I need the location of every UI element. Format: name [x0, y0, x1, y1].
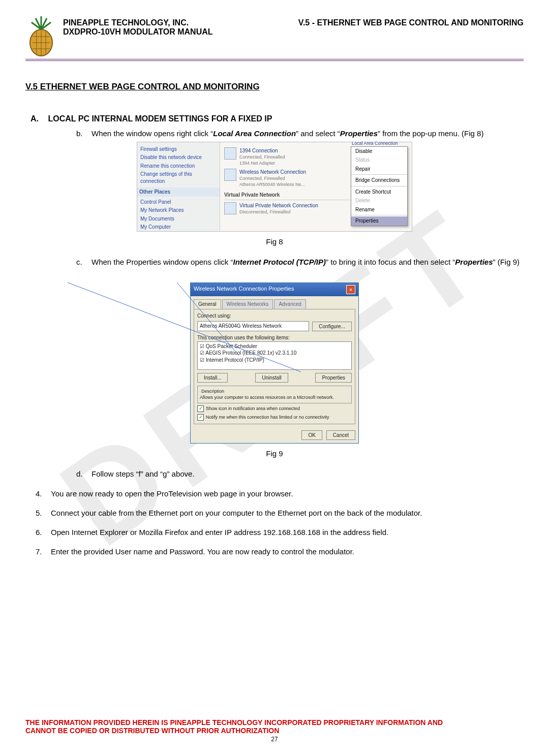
properties-button[interactable]: Properties	[315, 373, 352, 383]
step-d-marker: d.	[76, 469, 92, 479]
close-icon[interactable]: ×	[346, 285, 355, 294]
company-name: PINEAPPLE TECHNOLOGY, INC.	[63, 18, 213, 27]
subsection-a: A. LOCAL PC INTERNAL MODEM SETTINGS FOR …	[30, 113, 524, 124]
emphasis-internet-protocol: Internet Protocol (TCP/IP)	[233, 258, 326, 266]
tab-wireless[interactable]: Wireless Networks	[222, 299, 273, 309]
section-title: V.5 ETHERNET WEB PAGE CONTROL AND MONITO…	[25, 81, 524, 93]
page-content: V.5 ETHERNET WEB PAGE CONTROL AND MONITO…	[25, 61, 524, 557]
connection-icon	[224, 147, 236, 160]
step-5: 5. Connect your cable from the Ethernet …	[36, 508, 524, 518]
checkbox-icon[interactable]: ✓	[197, 405, 204, 412]
context-menu: Disable Status Repair Bridge Connections…	[351, 146, 408, 226]
subsection-a-letter: A.	[30, 113, 46, 124]
page-number: 27	[25, 736, 524, 743]
dialog-title: Wireless Network Connection Properties	[194, 285, 294, 294]
uninstall-button[interactable]: Uninstall	[255, 373, 288, 383]
figure-9-screenshot: Wireless Network Connection Properties ×…	[190, 282, 359, 444]
protocol-list[interactable]: ☑ QoS Packet Scheduler ☑ AEGIS Protocol …	[197, 341, 352, 370]
figure-8-screenshot: Firewall settings Disable this network d…	[137, 142, 412, 232]
step-c: c. When the Properties window opens clic…	[76, 257, 524, 267]
connection-icon	[224, 169, 236, 181]
page-header: PINEAPPLE TECHNOLOGY, INC. DXDPRO-10VH M…	[25, 16, 524, 57]
context-menu-properties[interactable]: Properties	[351, 216, 407, 226]
cancel-button[interactable]: Cancel	[326, 430, 355, 440]
install-button[interactable]: Install...	[197, 373, 228, 383]
step-c-marker: c.	[76, 257, 92, 267]
figure-9-caption: Fig 9	[25, 449, 524, 459]
step-6: 6. Open Internet Explorer or Mozilla Fir…	[36, 527, 524, 538]
step-d: d. Follow steps “f” and “g” above.	[76, 469, 524, 479]
tab-general[interactable]: General	[194, 299, 221, 309]
page-footer: THE INFORMATION PROVIDED HEREIN IS PINEA…	[25, 718, 524, 743]
adapter-field: Atheros AR5004G Wireless Network	[197, 321, 309, 331]
emphasis-properties-2: Properties	[455, 258, 493, 266]
connection-icon	[224, 202, 236, 214]
configure-button[interactable]: Configure...	[312, 322, 352, 332]
ok-button[interactable]: OK	[301, 430, 322, 440]
subsection-a-title: LOCAL PC INTERNAL MODEM SETTINGS FOR A F…	[48, 114, 272, 123]
emphasis-properties: Properties	[340, 129, 378, 138]
footer-line-2: CANNOT BE COPIED OR DISTRIBUTED WITHOUT …	[25, 727, 524, 735]
manual-name: DXDPRO-10VH MODULATOR MANUAL	[63, 27, 213, 37]
page: DRAFT PINEAPPLE TECHNOLOGY, INC. DXDPRO-…	[0, 0, 549, 753]
section-reference: V.5 - ETHERNET WEB PAGE CONTROL AND MONI…	[298, 18, 524, 27]
figure-8-caption: Fig 8	[25, 237, 524, 247]
step-7: 7. Enter the provided User name and Pass…	[36, 547, 524, 557]
footer-line-1: THE INFORMATION PROVIDED HEREIN IS PINEA…	[25, 718, 524, 727]
checkbox-icon[interactable]: ✓	[197, 414, 204, 421]
tab-advanced[interactable]: Advanced	[274, 299, 306, 309]
figure-9-container: Wireless Network Connection Properties ×…	[25, 282, 524, 444]
step-b: b. When the window opens right click “Lo…	[76, 129, 524, 139]
local-area-connection-label: Local Area Connection	[352, 140, 408, 146]
figure-8-container: Firewall settings Disable this network d…	[25, 142, 524, 232]
pineapple-logo-icon	[25, 16, 57, 57]
step-4: 4. You are now ready to open the ProTele…	[36, 489, 524, 499]
emphasis-local-area-connection: Local Area Connection	[213, 129, 296, 138]
step-b-marker: b.	[76, 129, 92, 139]
